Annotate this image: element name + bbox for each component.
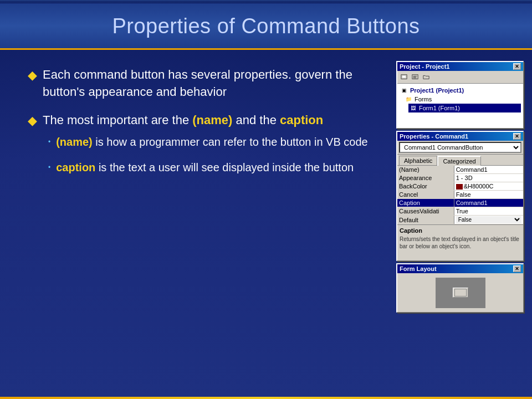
project-title: Project - Project1: [400, 63, 449, 70]
properties-title: Properties - Command1: [400, 133, 468, 140]
bullet-text-1: Each command button has several properti…: [43, 66, 380, 101]
project-expand-icon: ▣: [400, 86, 408, 94]
prop-name-label: (Name): [397, 166, 454, 174]
bullet-diamond-1: ◆: [28, 68, 37, 83]
svg-rect-1: [402, 75, 406, 78]
form-mini-preview: [453, 288, 468, 298]
sub-bullet-dot-2: •: [48, 163, 50, 171]
top-decoration: [0, 0, 532, 3]
bullet-1: ◆ Each command button has several proper…: [28, 66, 380, 101]
right-panel: Project - Project1 ✕: [396, 61, 524, 397]
prop-backcolor-label: BackColor: [397, 182, 454, 191]
prop-default-dropdown[interactable]: False True: [456, 216, 521, 223]
properties-description: Caption Returns/sets the text displayed …: [397, 224, 523, 260]
props-desc-text: Returns/sets the text displayed in an ob…: [400, 236, 521, 250]
svg-rect-2: [412, 75, 418, 79]
sub-bullet-dot-1: •: [48, 138, 50, 146]
project-tree: ▣ Project1 (Project1) 📁 Forms 🖼 Form1 (F…: [397, 84, 523, 128]
prop-appearance-value: 1 - 3D: [454, 174, 523, 182]
sub-bullet-2: • caption is the text a user will see di…: [48, 160, 368, 175]
prop-row-appearance[interactable]: Appearance 1 - 3D: [397, 174, 523, 182]
prop-row-causesvalidation[interactable]: CausesValidati True: [397, 207, 523, 216]
project-window: Project - Project1 ✕: [396, 61, 524, 129]
sub-highlight-caption: caption: [56, 161, 95, 173]
prop-default-value: False True: [454, 216, 523, 224]
sub-bullet-text-1: (name) is how a programmer can refer to …: [56, 134, 368, 150]
project-toolbar: [397, 71, 523, 84]
project-titlebar: Project - Project1 ✕: [397, 62, 523, 71]
form1-label: Form1 (Form1): [419, 105, 460, 111]
forms-folder-icon: 📁: [404, 95, 413, 103]
sub-highlight-name: (name): [56, 136, 93, 148]
project-close-button[interactable]: ✕: [513, 63, 521, 70]
sub-bullet-text-2: caption is the text a user will see disp…: [56, 160, 354, 175]
form-layout-close-button[interactable]: ✕: [513, 265, 521, 272]
prop-cancel-label: Cancel: [397, 191, 454, 199]
form1-icon: 🖼: [408, 104, 417, 112]
properties-titlebar: Properties - Command1 ✕: [397, 132, 523, 141]
sub-bullets: • (name) is how a programmer can refer t…: [43, 134, 368, 175]
prop-default-label: Default: [397, 216, 454, 224]
highlight-caption: caption: [280, 113, 323, 127]
view-code-button[interactable]: [410, 72, 420, 82]
prop-appearance-label: Appearance: [397, 174, 454, 182]
prop-caption-label: Caption: [397, 199, 454, 207]
properties-combo-row: Command1 CommandButton: [397, 141, 523, 155]
bullet-text-2: The most important are the (name) and th…: [43, 113, 323, 127]
properties-object-dropdown[interactable]: Command1 CommandButton: [399, 142, 521, 153]
tab-categorized[interactable]: Categorized: [437, 156, 480, 166]
tab-alphabetic[interactable]: Alphabetic: [399, 156, 437, 165]
properties-table: (Name) Command1 Appearance 1 - 3D BackCo…: [397, 165, 523, 224]
tree-item-forms[interactable]: 📁 Forms: [404, 95, 521, 104]
prop-row-backcolor[interactable]: BackColor &H80000C: [397, 182, 523, 191]
props-desc-title: Caption: [400, 227, 521, 234]
toggle-folders-button[interactable]: [421, 72, 431, 82]
properties-tabs: Alphabetic Categorized: [397, 155, 523, 165]
form-layout-title: Form Layout: [400, 265, 437, 272]
tree-item-form1[interactable]: 🖼 Form1 (Form1): [408, 104, 521, 112]
bottom-decoration: [0, 397, 532, 399]
prop-row-cancel[interactable]: Cancel False: [397, 191, 523, 199]
prop-row-caption[interactable]: Caption Command1: [397, 199, 523, 207]
main-text: ◆ Each command button has several proper…: [0, 61, 396, 397]
properties-window: Properties - Command1 ✕ Command1 Command…: [396, 131, 524, 261]
project-label: Project1 (Project1): [410, 87, 464, 94]
slide-title: Properties of Command Buttons: [22, 14, 510, 38]
prop-causesvalidation-value: True: [454, 207, 523, 216]
title-bar: Properties of Command Buttons: [0, 3, 532, 50]
properties-close-button[interactable]: ✕: [513, 133, 521, 140]
prop-causesvalidation-label: CausesValidati: [397, 207, 454, 216]
view-object-button[interactable]: [399, 72, 409, 82]
forms-label: Forms: [415, 96, 432, 103]
sub-bullet-1: • (name) is how a programmer can refer t…: [48, 134, 368, 150]
prop-name-value: Command1: [454, 166, 523, 174]
prop-cancel-value: False: [454, 191, 523, 199]
tree-item-project[interactable]: ▣ Project1 (Project1): [400, 86, 521, 95]
slide: Properties of Command Buttons ◆ Each com…: [0, 0, 532, 399]
prop-row-default[interactable]: Default False True: [397, 216, 523, 224]
prop-row-name[interactable]: (Name) Command1: [397, 166, 523, 174]
form-mini-inner: [454, 289, 467, 296]
content-area: ◆ Each command button has several proper…: [0, 50, 532, 397]
bullet-diamond-2: ◆: [28, 114, 37, 128]
prop-backcolor-value: &H80000C: [454, 182, 523, 191]
backcolor-swatch: [456, 184, 463, 190]
prop-caption-value: Command1: [454, 199, 523, 207]
bullet-2: ◆ The most important are the (name) and …: [28, 112, 380, 186]
screen-preview: [436, 278, 485, 308]
form-layout-inner: [397, 273, 523, 312]
form-layout-titlebar: Form Layout ✕: [397, 264, 523, 273]
form-layout-window: Form Layout ✕: [396, 263, 524, 313]
highlight-name: (name): [192, 113, 232, 127]
